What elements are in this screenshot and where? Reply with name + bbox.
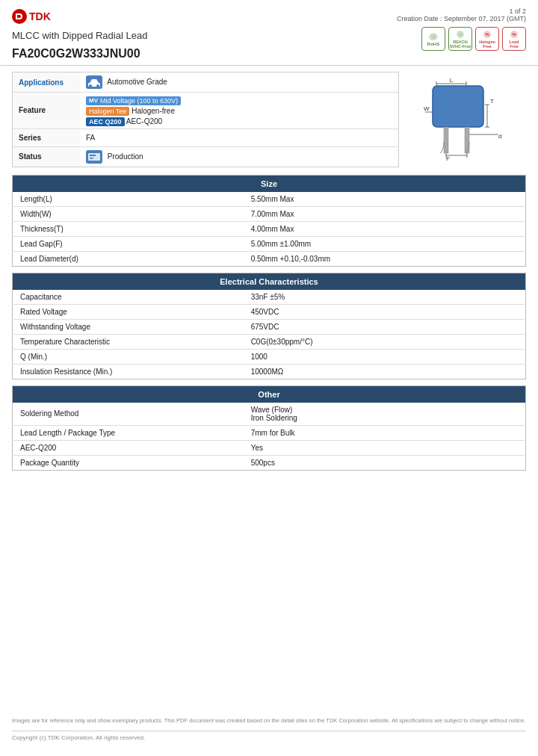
svg-text:✓: ✓ xyxy=(460,33,462,37)
other-table-section: Other Soldering MethodWave (Flow)Iron So… xyxy=(12,385,526,471)
mid-voltage-badge: MV Mid Voltage (100 to 630V) xyxy=(86,96,181,105)
table-row: Q (Min.)1000 xyxy=(13,349,526,364)
table-row: Soldering MethodWave (Flow)Iron Solderin… xyxy=(13,403,526,426)
electrical-table: Electrical Characteristics Capacitance33… xyxy=(12,273,526,379)
table-row: Lead Gap(F)5.00mm ±1.00mm xyxy=(13,236,526,251)
series-label: Series xyxy=(13,129,80,146)
svg-rect-27 xyxy=(444,127,448,153)
svg-text:W: W xyxy=(424,105,430,112)
value-cell: C0G(0±30ppm/°C) xyxy=(244,334,526,349)
applications-label: Applications xyxy=(13,72,80,92)
status-row: Status Production xyxy=(13,147,398,167)
status-value: Production xyxy=(80,147,398,167)
value-cell: 33nF ±5% xyxy=(244,290,526,305)
electrical-table-header: Electrical Characteristics xyxy=(13,273,526,290)
cert-icons-container: ✓ RoHS ✓ REACHSVHC-Free HalogenFree xyxy=(421,27,526,51)
feature-value: MV Mid Voltage (100 to 630V) Halogen Tee… xyxy=(80,93,398,128)
table-row: Width(W)7.00mm Max xyxy=(13,206,526,221)
svg-text:✓: ✓ xyxy=(433,34,435,38)
feature-label: Feature xyxy=(13,93,80,128)
svg-rect-16 xyxy=(90,155,96,156)
series-value: FA xyxy=(80,129,398,146)
value-cell: 7mm for Bulk xyxy=(244,425,526,440)
param-cell: Withstanding Voltage xyxy=(13,319,244,334)
value-cell: 5.00mm ±1.00mm xyxy=(244,236,526,251)
status-label: Status xyxy=(13,147,80,167)
component-diagram-svg: L T W F xyxy=(410,75,522,164)
value-cell: 500pcs xyxy=(244,455,526,470)
table-row: Withstanding Voltage675VDC xyxy=(13,319,526,334)
value-cell: 10000MΩ xyxy=(244,364,526,379)
part-number: FA20C0G2W333JNU00 xyxy=(12,47,147,61)
size-table-section: Size Length(L)5.50mm MaxWidth(W)7.00mm M… xyxy=(12,175,526,267)
param-cell: Insulation Resistance (Min.) xyxy=(13,364,244,379)
logo: TDK xyxy=(12,7,147,25)
param-cell: Capacitance xyxy=(13,290,244,305)
svg-rect-28 xyxy=(465,127,469,153)
param-cell: Soldering Method xyxy=(13,403,244,426)
table-row: Lead Diameter(d)0.50mm +0.10,-0.03mm xyxy=(13,251,526,266)
svg-text:TDK: TDK xyxy=(29,10,51,22)
param-cell: Width(W) xyxy=(13,206,244,221)
applications-text: Automotive Grade xyxy=(107,78,167,86)
value-cell: 675VDC xyxy=(244,319,526,334)
aec-text: AEC-Q200 xyxy=(126,117,162,126)
product-subtitle: MLCC with Dipped Radial Lead xyxy=(12,30,147,41)
value-cell: 5.50mm Max xyxy=(244,192,526,207)
svg-text:L: L xyxy=(450,77,454,84)
main-content: Applications Automotive Grade xyxy=(0,69,538,480)
svg-rect-15 xyxy=(88,153,100,161)
header-right: 1 of 2 Creation Date : September 07, 201… xyxy=(397,7,526,51)
halogen-free-text: Halogen-free xyxy=(132,107,175,115)
svg-text:F: F xyxy=(446,155,450,162)
table-row: Insulation Resistance (Min.)10000MΩ xyxy=(13,364,526,379)
param-cell: Package Quantity xyxy=(13,455,244,470)
svg-rect-17 xyxy=(90,158,93,159)
value-cell: 7.00mm Max xyxy=(244,206,526,221)
value-cell: 450VDC xyxy=(244,304,526,319)
param-cell: Lead Length / Package Type xyxy=(13,425,244,440)
footer-copyright: Copyright (c) TDK Corporation. All right… xyxy=(12,731,526,741)
value-cell: Wave (Flow)Iron Soldering xyxy=(244,403,526,426)
halogen-free-badge: Halogen Tee xyxy=(86,107,129,116)
table-row: Temperature CharacteristicC0G(0±30ppm/°C… xyxy=(13,334,526,349)
page-header: TDK MLCC with Dipped Radial Lead FA20C0G… xyxy=(0,0,538,66)
param-cell: Lead Gap(F) xyxy=(13,236,244,251)
header-left: TDK MLCC with Dipped Radial Lead FA20C0G… xyxy=(12,7,147,61)
electrical-table-section: Electrical Characteristics Capacitance33… xyxy=(12,273,526,379)
value-cell: 0.50mm +0.10,-0.03mm xyxy=(244,251,526,266)
aec-q200-badge: AEC Q200 xyxy=(86,117,125,126)
param-cell: Length(L) xyxy=(13,192,244,207)
value-cell: 4.00mm Max xyxy=(244,221,526,236)
svg-rect-26 xyxy=(433,86,483,127)
halogen-cert-icon: HalogenFree xyxy=(475,27,499,51)
table-row: Lead Length / Package Type7mm for Bulk xyxy=(13,425,526,440)
lead-free-cert-icon: LeadFree xyxy=(502,27,526,51)
page-footer: Images are for reference only and show e… xyxy=(12,716,526,741)
svg-point-12 xyxy=(89,84,92,87)
info-section: Applications Automotive Grade xyxy=(12,72,526,167)
info-table: Applications Automotive Grade xyxy=(12,72,399,167)
page-info: 1 of 2 Creation Date : September 07, 201… xyxy=(397,7,526,22)
other-table: Other Soldering MethodWave (Flow)Iron So… xyxy=(12,385,526,471)
status-text: Production xyxy=(108,152,143,160)
series-row: Series FA xyxy=(13,129,398,147)
table-row: AEC-Q200Yes xyxy=(13,440,526,455)
tdk-logo-svg: TDK xyxy=(12,7,51,25)
param-cell: Thickness(T) xyxy=(13,221,244,236)
svg-text:T: T xyxy=(490,98,494,105)
footer-disclaimer: Images are for reference only and show e… xyxy=(12,716,526,725)
param-cell: Rated Voltage xyxy=(13,304,244,319)
param-cell: Lead Diameter(d) xyxy=(13,251,244,266)
applications-value: Automotive Grade xyxy=(80,72,398,92)
param-cell: Q (Min.) xyxy=(13,349,244,364)
value-cell: Yes xyxy=(244,440,526,455)
table-row: Thickness(T)4.00mm Max xyxy=(13,221,526,236)
other-table-header: Other xyxy=(13,385,526,403)
param-cell: Temperature Characteristic xyxy=(13,334,244,349)
rohs-cert-icon: ✓ RoHS xyxy=(421,27,445,51)
reach-cert-icon: ✓ REACHSVHC-Free xyxy=(448,27,472,51)
param-cell: AEC-Q200 xyxy=(13,440,244,455)
size-table: Size Length(L)5.50mm MaxWidth(W)7.00mm M… xyxy=(12,175,526,267)
production-icon xyxy=(86,150,102,164)
